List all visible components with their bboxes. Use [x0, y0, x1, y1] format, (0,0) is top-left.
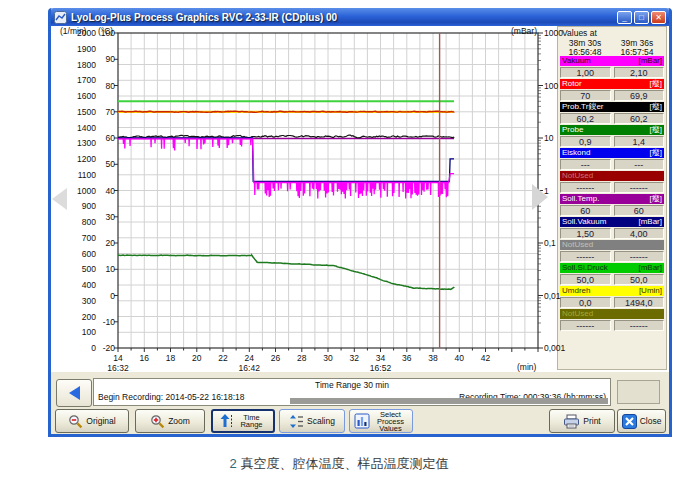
param-row-values-9: 50,050,0 — [560, 274, 664, 285]
original-button-label: Original — [86, 416, 115, 426]
value-cell: 50,0 — [560, 274, 611, 285]
zoom-button-label: Zoom — [168, 416, 190, 426]
value-cell: 70 — [560, 90, 611, 101]
axis-tick-label: 0 — [79, 291, 115, 301]
value-cell: 0,0 — [560, 297, 611, 308]
param-row-header-0: Vakuum[mBar] — [560, 56, 664, 66]
scaling-button[interactable]: Scaling — [279, 409, 345, 433]
value-cell: 60 — [614, 205, 665, 216]
values-panel: Values at 38m 30s 39m 36s 16:56:48 16:57… — [557, 26, 667, 370]
axis-tick-label: 34 — [369, 353, 393, 363]
axis-tick-label: 14 — [106, 353, 130, 363]
axis-tick-label: 40 — [447, 353, 471, 363]
value-cell: ------ — [560, 320, 611, 331]
axis-tick-label: 40 — [79, 186, 115, 196]
param-row-header-10: Umdreh[Umin] — [560, 286, 664, 296]
axis-tick-label: 1900 — [60, 44, 96, 54]
axis-tick-label: 1100 — [60, 170, 96, 180]
chart-area: (1/min) (°C) (mBar) (min) Values at 38m … — [51, 26, 669, 372]
value-cell: 1,50 — [560, 228, 611, 239]
param-row-header-7: Soll.Vakuum[mBar] — [560, 217, 664, 227]
axis-tick-label: 100 — [60, 327, 96, 337]
zoom-button[interactable]: Zoom — [135, 409, 205, 433]
window-title: LyoLog-Plus Process Graphics RVC 2-33-IR… — [71, 12, 615, 23]
param-row-header-2: Prob.Tr鋑er[癈] — [560, 102, 664, 112]
param-row-values-0: 1,002,10 — [560, 67, 664, 78]
series-rotor — [118, 111, 454, 112]
axis-tick-label: 26 — [264, 353, 288, 363]
begin-recording-label: Begin Recording: 2014-05-22 16:18:18 — [98, 392, 245, 402]
figure-number: 2 — [229, 456, 236, 471]
original-button[interactable]: Original — [55, 409, 129, 433]
param-row-values-10: 0,01494,0 — [560, 297, 664, 308]
axis-tick-label: 10 — [79, 264, 115, 274]
scaling-button-label: Scaling — [307, 416, 335, 426]
axis-tick-label: 24 — [237, 353, 261, 363]
param-row-header-11: NotUsed — [560, 309, 664, 319]
value-cell: 1,4 — [614, 136, 665, 147]
axis-tick-label: 30 — [79, 212, 115, 222]
time-range-icon — [220, 413, 234, 429]
left-triangle-icon — [69, 386, 80, 400]
axis-tick-label: 600 — [60, 249, 96, 259]
axis-tick-label: 900 — [60, 201, 96, 211]
axis-tick-label: 50 — [79, 159, 115, 169]
time-range-button-label: Time Range — [237, 414, 267, 428]
axis-tick-label: -10 — [79, 317, 115, 327]
axis-tick-label: 70 — [79, 107, 115, 117]
timeline-scrollbar[interactable] — [290, 398, 608, 404]
history-back-button[interactable] — [56, 379, 92, 407]
param-row-values-3: 0,91,4 — [560, 136, 664, 147]
print-button[interactable]: Print — [549, 409, 615, 433]
value-cell: 60 — [560, 205, 611, 216]
axis-tick-label: 10 — [544, 133, 553, 143]
param-row-values-8: ------------ — [560, 251, 664, 262]
axis-tick-label: 16 — [132, 353, 156, 363]
value-cell: --- — [614, 159, 665, 170]
axis-tick-label: 42 — [474, 353, 498, 363]
select-process-values-button[interactable]: Select Process Values — [349, 409, 413, 433]
toolbar: Original Zoom Time Ran — [51, 408, 669, 434]
axis-header-min: (min) — [517, 362, 536, 372]
app-icon — [54, 11, 67, 24]
axis-tick-label: -20 — [79, 343, 115, 353]
axis-tick-label: 20 — [185, 353, 209, 363]
maximize-button[interactable]: □ — [634, 11, 649, 24]
axis-tick-label: 100 — [79, 28, 115, 38]
axis-tick-label: 20 — [79, 238, 115, 248]
param-row-values-7: 1,504,00 — [560, 228, 664, 239]
param-row-values-6: 6060 — [560, 205, 664, 216]
figure-caption-text: 真空度、腔体温度、样品温度测定值 — [241, 456, 449, 471]
axis-tick-label: 1400 — [60, 123, 96, 133]
title-bar[interactable]: LyoLog-Plus Process Graphics RVC 2-33-IR… — [51, 8, 669, 26]
axis-tick-label: 0,1 — [544, 238, 556, 248]
value-cell: ------ — [614, 320, 665, 331]
value-cell: 0,9 — [560, 136, 611, 147]
axis-tick-label: 80 — [79, 81, 115, 91]
param-row-header-4: Eiskond[癈] — [560, 148, 664, 158]
value-cell: ------ — [614, 251, 665, 262]
close-button-label: Close — [640, 416, 662, 426]
close-button[interactable]: Close — [617, 409, 666, 433]
axis-tick-label: 1 — [544, 186, 549, 196]
value-cell: --- — [560, 159, 611, 170]
axis-tick-label: 30 — [316, 353, 340, 363]
axis-tick-label: 38 — [421, 353, 445, 363]
axis-header-mbar: (mBar) — [503, 26, 537, 36]
axis-tick-label: 0,001 — [544, 343, 565, 353]
history-forward-box[interactable] — [617, 380, 660, 404]
values-rows: Vakuum[mBar]1,002,10Rotor[癈]7069,9Prob.T… — [560, 56, 664, 332]
param-row-values-2: 60,260,2 — [560, 113, 664, 124]
info-bar: Time Range 30 min Begin Recording: 2014-… — [51, 372, 669, 408]
close-x-icon — [622, 414, 637, 429]
axis-tick-label: 0,01 — [544, 291, 561, 301]
scaling-icon — [289, 414, 304, 429]
param-row-header-9: Soll.Si.Druck[mBar] — [560, 263, 664, 273]
figure-caption: 2真空度、腔体温度、样品温度测定值 — [0, 455, 678, 473]
print-button-label: Print — [583, 416, 600, 426]
axis-tick-label: 1600 — [60, 91, 96, 101]
minimize-button[interactable]: _ — [617, 11, 632, 24]
param-row-values-11: ------------ — [560, 320, 664, 331]
time-range-button[interactable]: Time Range — [211, 409, 275, 433]
close-window-button[interactable]: ✕ — [651, 11, 666, 24]
